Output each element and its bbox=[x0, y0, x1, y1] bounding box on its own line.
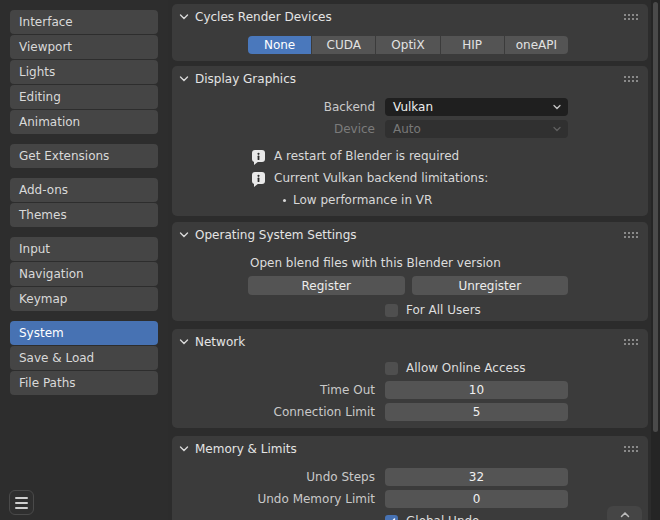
panel-display-graphics: Display Graphics Backend Vulkan Device A… bbox=[172, 66, 648, 216]
drag-handle-icon[interactable] bbox=[623, 74, 638, 84]
panel-cycles-render-devices: Cycles Render Devices None CUDA OptiX HI… bbox=[172, 4, 648, 61]
sidebar-group-addons: Add-ons Themes bbox=[10, 178, 158, 227]
limitations-note: Current Vulkan backend limitations: bbox=[274, 171, 488, 185]
undo-steps-label: Undo Steps bbox=[172, 470, 385, 484]
sidebar-item-keymap[interactable]: Keymap bbox=[10, 287, 158, 311]
device-label: Device bbox=[172, 122, 385, 136]
panel-title: Cycles Render Devices bbox=[195, 10, 332, 24]
sidebar-group-extensions: Get Extensions bbox=[10, 144, 158, 168]
panel-network: Network Allow Online Access Time Out 10 … bbox=[172, 329, 648, 428]
sidebar-item-viewport[interactable]: Viewport bbox=[10, 35, 158, 59]
panel-header-os[interactable]: Operating System Settings bbox=[172, 222, 648, 246]
global-undo-label: Global Undo bbox=[406, 514, 479, 520]
allow-online-access-checkbox[interactable] bbox=[385, 362, 398, 375]
chevron-down-icon bbox=[178, 229, 190, 241]
sidebar-item-animation[interactable]: Animation bbox=[10, 110, 158, 134]
sidebar-item-interface[interactable]: Interface bbox=[10, 10, 158, 34]
chevron-down-icon bbox=[552, 102, 562, 112]
connection-limit-field[interactable]: 5 bbox=[385, 403, 568, 421]
chevron-down-icon bbox=[552, 124, 562, 134]
for-all-users-label: For All Users bbox=[406, 303, 481, 317]
device-dropdown: Auto bbox=[385, 120, 568, 138]
panel-header-cycles[interactable]: Cycles Render Devices bbox=[172, 4, 648, 28]
render-device-segmented-control: None CUDA OptiX HIP oneAPI bbox=[248, 36, 568, 54]
sidebar-item-navigation[interactable]: Navigation bbox=[10, 262, 158, 286]
panel-memory-limits: Memory & Limits Undo Steps 32 Undo Memor… bbox=[172, 436, 648, 520]
backend-dropdown[interactable]: Vulkan bbox=[385, 98, 568, 116]
drag-handle-icon[interactable] bbox=[623, 337, 638, 347]
panel-title: Operating System Settings bbox=[195, 228, 357, 242]
open-blend-description: Open blend files with this Blender versi… bbox=[250, 254, 648, 272]
chevron-up-overlay-button[interactable] bbox=[607, 506, 642, 520]
scrollbar-thumb[interactable] bbox=[653, 2, 658, 432]
drag-handle-icon[interactable] bbox=[623, 12, 638, 22]
panel-header-network[interactable]: Network bbox=[172, 329, 648, 353]
allow-online-access-label: Allow Online Access bbox=[406, 361, 525, 375]
device-value: Auto bbox=[393, 122, 421, 136]
chevron-down-icon bbox=[178, 443, 190, 455]
device-option-none[interactable]: None bbox=[248, 36, 311, 54]
limitation-item: Low performance in VR bbox=[293, 193, 432, 207]
for-all-users-checkbox[interactable] bbox=[385, 304, 398, 317]
panel-operating-system-settings: Operating System Settings Open blend fil… bbox=[172, 222, 648, 321]
unregister-button[interactable]: Unregister bbox=[412, 276, 569, 295]
chevron-down-icon bbox=[178, 73, 190, 85]
register-button[interactable]: Register bbox=[248, 276, 405, 295]
panel-title: Network bbox=[195, 335, 245, 349]
sidebar-item-input[interactable]: Input bbox=[10, 237, 158, 261]
blender-preferences-window: Interface Viewport Lights Editing Animat… bbox=[0, 0, 660, 520]
scrollbar[interactable] bbox=[651, 0, 660, 520]
undo-memory-limit-label: Undo Memory Limit bbox=[172, 492, 385, 506]
sidebar-item-file-paths[interactable]: File Paths bbox=[10, 371, 158, 395]
drag-handle-icon[interactable] bbox=[623, 230, 638, 240]
sidebar-item-addons[interactable]: Add-ons bbox=[10, 178, 158, 202]
drag-handle-icon[interactable] bbox=[623, 444, 638, 454]
panel-title: Display Graphics bbox=[195, 72, 296, 86]
menu-icon[interactable] bbox=[9, 490, 34, 515]
sidebar-item-save-load[interactable]: Save & Load bbox=[10, 346, 158, 370]
chevron-down-icon bbox=[178, 336, 190, 348]
sidebar-group-general: Interface Viewport Lights Editing Animat… bbox=[10, 10, 158, 134]
global-undo-checkbox[interactable] bbox=[385, 515, 398, 520]
undo-memory-limit-field[interactable]: 0 bbox=[385, 490, 568, 508]
panel-header-memory[interactable]: Memory & Limits bbox=[172, 436, 648, 460]
device-option-oneapi[interactable]: oneAPI bbox=[505, 36, 568, 54]
undo-steps-field[interactable]: 32 bbox=[385, 468, 568, 486]
panel-title: Memory & Limits bbox=[195, 442, 297, 456]
info-icon bbox=[252, 172, 265, 184]
time-out-label: Time Out bbox=[172, 383, 385, 397]
panel-header-display[interactable]: Display Graphics bbox=[172, 66, 648, 90]
device-option-hip[interactable]: HIP bbox=[441, 36, 504, 54]
backend-value: Vulkan bbox=[393, 100, 433, 114]
sidebar-item-system[interactable]: System bbox=[10, 321, 158, 345]
sidebar-group-input: Input Navigation Keymap bbox=[10, 237, 158, 311]
backend-label: Backend bbox=[172, 100, 385, 114]
device-option-optix[interactable]: OptiX bbox=[376, 36, 439, 54]
sidebar-group-system: System Save & Load File Paths bbox=[10, 321, 158, 395]
sidebar-item-themes[interactable]: Themes bbox=[10, 203, 158, 227]
device-option-cuda[interactable]: CUDA bbox=[312, 36, 375, 54]
sidebar-item-lights[interactable]: Lights bbox=[10, 60, 158, 84]
chevron-down-icon bbox=[178, 11, 190, 23]
info-icon bbox=[252, 150, 265, 162]
sidebar: Interface Viewport Lights Editing Animat… bbox=[0, 0, 168, 520]
sidebar-item-editing[interactable]: Editing bbox=[10, 85, 158, 109]
time-out-field[interactable]: 10 bbox=[385, 381, 568, 399]
sidebar-item-get-extensions[interactable]: Get Extensions bbox=[10, 144, 158, 168]
bullet-icon bbox=[283, 199, 286, 202]
connection-limit-label: Connection Limit bbox=[172, 405, 385, 419]
restart-note: A restart of Blender is required bbox=[274, 149, 459, 163]
